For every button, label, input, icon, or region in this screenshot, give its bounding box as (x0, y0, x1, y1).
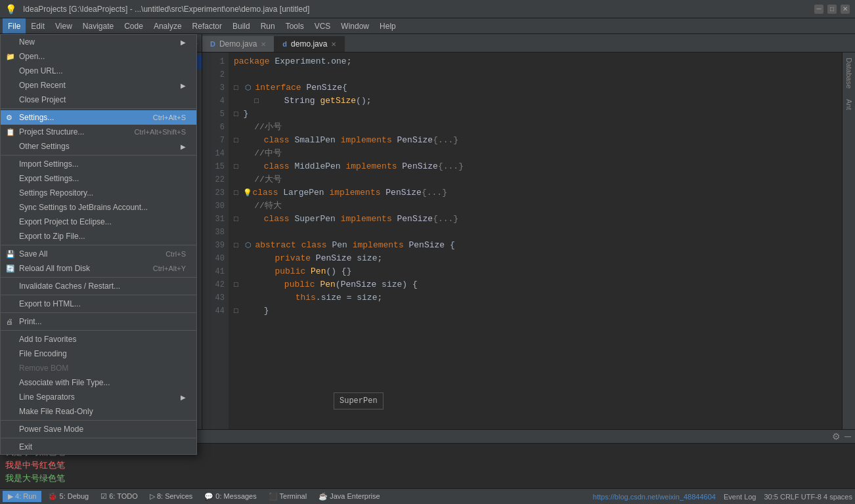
event-log[interactable]: Event Log (724, 493, 756, 501)
menu-export-zip[interactable]: Export to Zip File... (1, 229, 196, 243)
close-button[interactable]: ✕ (841, 5, 850, 14)
bottom-toolbar: ▶ 4: Run 🐞 5: Debug ☑ 6: TODO ▷ 8: Servi… (0, 488, 855, 504)
separator-3 (1, 245, 196, 245)
menu-remove-bom: Remove BOM (1, 361, 196, 375)
menu-print[interactable]: 🖨 Print... (1, 314, 196, 329)
menu-window[interactable]: Window (336, 18, 374, 33)
menu-line-separators[interactable]: Line Separators ▶ (1, 390, 196, 404)
menu-exit[interactable]: Exit (1, 440, 196, 454)
line-numbers: 1 2 3 4 5 6 7 14 15 22 23 30 31 38 39 40… (202, 52, 229, 429)
menu-make-readonly[interactable]: Make File Read-Only (1, 404, 196, 419)
code-line-4: □ String getSize(); (234, 94, 844, 108)
menu-export-eclipse[interactable]: Export Project to Eclipse... (1, 215, 196, 229)
code-line-43: this.size = size; (234, 291, 844, 304)
tab-close-demo[interactable]: ✕ (331, 41, 336, 48)
menu-edit[interactable]: Edit (26, 18, 50, 33)
toolbar-item-debug[interactable]: 🐞 5: Debug (43, 491, 94, 502)
file-menu-dropdown: New ▶ 📁 Open... Open URL... Open Recent … (0, 34, 197, 455)
toolbar-item-services[interactable]: ▷ 8: Services (144, 491, 198, 502)
menu-settings-repo[interactable]: Settings Repository... (1, 186, 196, 200)
status-coords: 30:5 CRLF UTF-8 4 spaces (764, 493, 853, 501)
menu-open-recent[interactable]: Open Recent ▶ (1, 78, 196, 93)
gutter-mark-39: ⬡ (243, 240, 253, 251)
code-line-6: //小号 (234, 121, 844, 134)
menu-view[interactable]: View (50, 18, 77, 33)
reload-icon: 🔄 (6, 264, 15, 273)
code-tooltip: SuperPen (334, 392, 384, 410)
toolbar-item-java-enterprise[interactable]: ☕ Java Enterprise (313, 491, 385, 502)
toolbar-item-messages[interactable]: 💬 0: Messages (199, 491, 261, 502)
menu-file-encoding[interactable]: File Encoding (1, 346, 196, 361)
right-sidebar: Database Ant (842, 52, 855, 429)
editor-area: D Demo.java ✕ d demo.java ✕ 1 2 3 4 5 6 … (202, 34, 855, 429)
menu-save-all[interactable]: 💾 Save All Ctrl+S (1, 247, 196, 261)
status-right: https://blog.csdn.net/weixin_48844604 Ev… (593, 493, 852, 501)
menu-tools[interactable]: Tools (280, 18, 309, 33)
menu-associate-file-type[interactable]: Associate with File Type... (1, 375, 196, 390)
code-line-41: public Pen() {} (234, 265, 844, 278)
toolbar-item-todo[interactable]: ☑ 6: TODO (95, 491, 143, 502)
menu-file[interactable]: File (3, 18, 26, 33)
code-editor: 1 2 3 4 5 6 7 14 15 22 23 30 31 38 39 40… (202, 52, 855, 429)
toolbar-item-run[interactable]: ▶ 4: Run (3, 491, 41, 502)
menu-power-save[interactable]: Power Save Mode (1, 422, 196, 436)
tab-demo-java[interactable]: d demo.java ✕ (274, 36, 345, 52)
menu-invalidate-caches[interactable]: Invalidate Caches / Restart... (1, 279, 196, 293)
separator-9 (1, 438, 196, 438)
editor-tabs: D Demo.java ✕ d demo.java ✕ (202, 34, 855, 52)
code-line-22: //大号 (234, 173, 844, 186)
code-line-15: □ class MiddlePen implements PenSize{...… (234, 160, 844, 173)
code-line-3: □ ⬡interface PenSize{ (234, 81, 844, 94)
menu-add-favorites[interactable]: Add to Favorites (1, 332, 196, 346)
menu-sync-settings[interactable]: Sync Settings to JetBrains Account... (1, 200, 196, 215)
menu-export-settings[interactable]: Export Settings... (1, 171, 196, 186)
menu-code[interactable]: Code (119, 18, 148, 33)
menu-bar: File Edit View Navigate Code Analyze Ref… (0, 18, 855, 34)
run-minimize-icon[interactable]: ─ (844, 431, 851, 442)
minimize-button[interactable]: ─ (814, 5, 823, 14)
title-bar: 💡 IdeaProjects [G:\IdeaProjects] - ...\u… (0, 0, 855, 18)
tab-label-demo: demo.java (291, 39, 327, 49)
run-settings-icon[interactable]: ⚙ (832, 431, 841, 442)
menu-vcs[interactable]: VCS (309, 18, 336, 33)
menu-reload[interactable]: 🔄 Reload All from Disk Ctrl+Alt+Y (1, 261, 196, 276)
sidebar-item-ant[interactable]: Ant (843, 94, 856, 116)
title-bar-controls: ─ □ ✕ (814, 5, 850, 14)
menu-build[interactable]: Build (227, 18, 255, 33)
menu-settings[interactable]: ⚙ Settings... Ctrl+Alt+S (1, 110, 196, 125)
menu-open[interactable]: 📁 Open... (1, 49, 196, 64)
menu-export-html[interactable]: Export to HTML... (1, 297, 196, 311)
menu-run[interactable]: Run (255, 18, 280, 33)
menu-close-project[interactable]: Close Project (1, 93, 196, 107)
menu-import-settings[interactable]: Import Settings... (1, 157, 196, 171)
menu-refactor[interactable]: Refactor (187, 18, 227, 33)
tab-demo-java-class[interactable]: D Demo.java ✕ (202, 36, 274, 52)
code-line-1: package Experiment.one; (234, 55, 844, 68)
menu-other-settings[interactable]: Other Settings ▶ (1, 139, 196, 154)
code-line-40: private PenSize size; (234, 252, 844, 265)
print-icon: 🖨 (6, 318, 13, 326)
tab-icon-demo: d (282, 40, 287, 48)
save-icon: 💾 (6, 250, 15, 259)
title-bar-title: IdeaProjects [G:\IdeaProjects] - ...\unt… (23, 5, 309, 14)
separator-6 (1, 312, 196, 313)
menu-project-structure[interactable]: 📋 Project Structure... Ctrl+Alt+Shift+S (1, 125, 196, 139)
code-line-42: □ public Pen(PenSize size) { (234, 278, 844, 291)
run-line-2: 我是中号红色笔 (5, 459, 850, 472)
toolbar-item-terminal[interactable]: ⬛ Terminal (263, 491, 312, 502)
separator-2 (1, 155, 196, 156)
menu-help[interactable]: Help (374, 18, 401, 33)
code-line-44: □ } (234, 304, 844, 318)
maximize-button[interactable]: □ (827, 5, 837, 14)
separator-5 (1, 295, 196, 295)
sidebar-item-database[interactable]: Database (843, 52, 856, 94)
run-line-3: 我是大号绿色笔 (5, 472, 850, 486)
code-line-5: □ } (234, 108, 844, 121)
menu-analyze[interactable]: Analyze (148, 18, 187, 33)
menu-new[interactable]: New ▶ (1, 35, 196, 49)
menu-open-url[interactable]: Open URL... (1, 64, 196, 78)
settings-icon: ⚙ (6, 114, 12, 122)
folder-icon: 📁 (6, 52, 15, 61)
tab-close-demo-class[interactable]: ✕ (261, 41, 266, 48)
menu-navigate[interactable]: Navigate (77, 18, 119, 33)
